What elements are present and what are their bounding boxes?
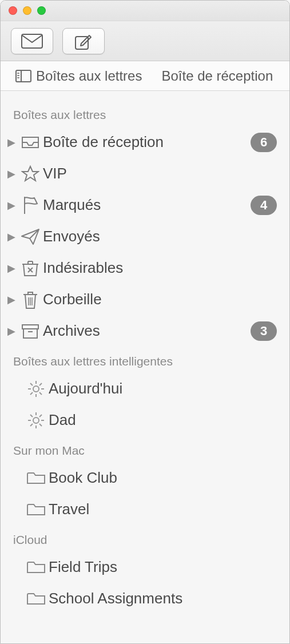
star-icon <box>18 165 43 183</box>
svg-rect-0 <box>22 34 42 48</box>
sidebar-item-junk[interactable]: ▶ Indésirables <box>1 252 289 284</box>
svg-rect-2 <box>16 70 31 82</box>
zoom-window-button[interactable] <box>37 6 46 15</box>
unread-badge: 3 <box>251 321 277 341</box>
section-header-icloud[interactable]: iCloud <box>1 525 289 551</box>
svg-line-34 <box>30 415 33 417</box>
disclosure-triangle-icon[interactable]: ▶ <box>5 325 18 337</box>
gear-icon <box>23 411 49 430</box>
sidebar: Boîtes aux lettres ▶ Boîte de réception … <box>1 91 289 643</box>
sidebar-item-trash[interactable]: ▶ Corbeille <box>1 284 289 315</box>
sidebar-item-label: VIP <box>43 165 277 182</box>
svg-line-35 <box>39 424 42 426</box>
section-header-mailboxes[interactable]: Boîtes aux lettres <box>1 100 289 126</box>
sidebar-item-vip[interactable]: ▶ VIP <box>1 158 289 189</box>
compose-button[interactable] <box>62 28 105 54</box>
sidebar-item-label: Aujourd'hui <box>49 380 277 397</box>
folder-icon <box>23 560 49 575</box>
compose-icon <box>74 31 93 51</box>
sidebar-item-label: Dad <box>49 411 277 429</box>
section-header-onmymac[interactable]: Sur mon Mac <box>1 436 289 462</box>
disclosure-triangle-icon[interactable]: ▶ <box>5 168 18 180</box>
disclosure-triangle-icon[interactable]: ▶ <box>5 230 18 243</box>
sidebar-item-flagged[interactable]: ▶ Marqués 4 <box>1 189 289 221</box>
sidebar-item-bookclub[interactable]: Book Club <box>1 462 289 494</box>
sidebar-item-fieldtrips[interactable]: Field Trips <box>1 551 289 583</box>
svg-line-27 <box>39 383 42 385</box>
disclosure-triangle-icon[interactable]: ▶ <box>5 293 18 306</box>
favorites-inbox-label: Boîte de réception <box>161 68 273 84</box>
inbox-icon <box>18 136 43 149</box>
gear-icon <box>23 380 49 398</box>
unread-badge: 6 <box>251 133 277 152</box>
sidebar-item-label: Travel <box>49 500 277 518</box>
sidebar-item-label: School Assignments <box>49 590 277 607</box>
sidebar-item-label: Archives <box>43 322 251 340</box>
sidebar-item-schoolassignments[interactable]: School Assignments <box>1 583 289 614</box>
favorites-mailboxes-label: Boîtes aux lettres <box>36 68 142 84</box>
svg-line-28 <box>30 392 33 395</box>
minimize-window-button[interactable] <box>23 6 31 15</box>
svg-rect-18 <box>22 325 38 329</box>
archive-icon <box>18 323 43 339</box>
sidebar-item-label: Marqués <box>43 196 251 214</box>
svg-point-20 <box>33 386 39 392</box>
sidebar-item-label: Corbeille <box>43 291 277 308</box>
disclosure-triangle-icon[interactable]: ▶ <box>5 262 18 275</box>
disclosure-triangle-icon[interactable]: ▶ <box>5 136 18 149</box>
paperplane-icon <box>18 228 43 245</box>
svg-point-29 <box>33 418 39 423</box>
section-header-smart[interactable]: Boîtes aux lettres intelligentes <box>1 347 289 373</box>
get-mail-button[interactable] <box>11 28 53 54</box>
trash-icon <box>18 290 43 309</box>
sidebar-item-travel[interactable]: Travel <box>1 494 289 525</box>
sidebar-item-label: Boîte de réception <box>43 133 251 151</box>
envelope-icon <box>21 34 43 49</box>
sidebar-item-label: Envoyés <box>43 228 277 245</box>
flag-icon <box>18 196 43 215</box>
sidebar-item-smart-today[interactable]: Aujourd'hui <box>1 373 289 404</box>
sidebar-item-archive[interactable]: ▶ Archives 3 <box>1 315 289 347</box>
sidebar-item-label: Field Trips <box>49 558 277 576</box>
titlebar <box>1 1 289 21</box>
mail-window: Boîtes aux lettres Boîte de réception Bo… <box>0 0 290 644</box>
favorites-mailboxes[interactable]: Boîtes aux lettres <box>15 68 142 84</box>
svg-line-26 <box>39 392 42 395</box>
svg-line-36 <box>39 415 42 417</box>
disclosure-triangle-icon[interactable]: ▶ <box>5 199 18 212</box>
sidebar-item-smart-dad[interactable]: Dad <box>1 404 289 436</box>
folder-icon <box>23 471 49 486</box>
close-window-button[interactable] <box>9 6 17 15</box>
sidebar-item-label: Book Club <box>49 469 277 487</box>
sidebar-item-sent[interactable]: ▶ Envoyés <box>1 221 289 252</box>
favorites-bar: Boîtes aux lettres Boîte de réception <box>1 61 289 91</box>
junk-icon <box>18 260 43 277</box>
sidebar-item-label: Indésirables <box>43 259 277 277</box>
folder-icon <box>23 502 49 517</box>
sidebar-item-inbox[interactable]: ▶ Boîte de réception 6 <box>1 126 289 158</box>
unread-badge: 4 <box>251 196 277 215</box>
toolbar <box>1 21 289 61</box>
folder-icon <box>23 591 49 606</box>
favorites-inbox[interactable]: Boîte de réception <box>161 68 273 84</box>
svg-line-37 <box>30 424 33 426</box>
svg-line-25 <box>30 383 33 385</box>
sidebar-toggle-icon <box>15 70 31 82</box>
